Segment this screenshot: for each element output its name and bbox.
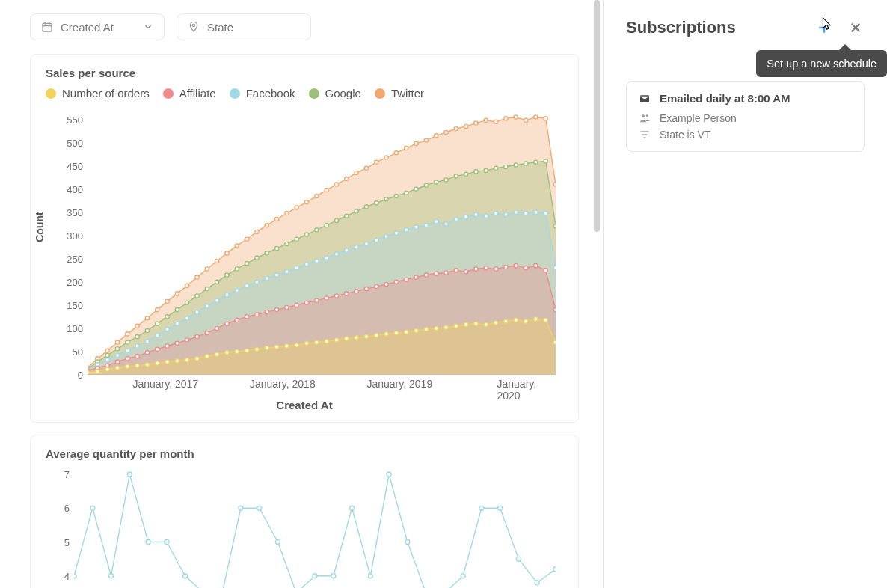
chart1-ytick: 300 [47,230,83,241]
legend-label[interactable]: Affiliate [179,87,216,99]
svg-point-126 [334,252,338,256]
svg-point-188 [474,267,478,271]
svg-point-259 [313,574,317,578]
svg-point-179 [384,282,388,286]
svg-point-141 [484,214,488,218]
svg-point-8 [115,340,119,344]
svg-point-12 [156,308,159,312]
svg-point-103 [105,358,109,362]
svg-point-263 [387,472,391,477]
svg-point-155 [145,351,149,355]
subscriptions-panel: Subscriptions Set up a new schedule Emai… [603,0,887,588]
svg-point-142 [494,211,497,215]
chart1-xlabel: Created At [46,399,563,411]
chart1-ylabel: Count [34,212,46,242]
svg-point-113 [205,304,209,308]
svg-point-268 [479,506,484,510]
svg-point-262 [368,574,372,578]
svg-point-57 [126,340,129,344]
svg-point-210 [215,352,219,356]
subscription-card[interactable]: Emailed daily at 8:00 AM Example Person … [626,81,865,152]
svg-point-11 [145,316,149,320]
legend-label[interactable]: Google [325,87,361,99]
close-panel-button[interactable] [847,19,865,37]
svg-point-181 [405,278,408,281]
svg-point-242 [534,317,538,321]
svg-point-208 [195,357,199,361]
svg-point-114 [215,298,219,302]
svg-point-135 [424,224,428,227]
chart1-title: Sales per source [46,67,563,79]
svg-point-280 [646,114,648,117]
svg-point-46 [494,120,497,123]
svg-point-177 [364,287,368,291]
svg-point-216 [274,345,278,349]
svg-point-200 [115,366,119,370]
svg-point-279 [642,114,645,117]
svg-point-125 [325,256,328,260]
svg-point-222 [334,338,338,342]
svg-point-153 [126,357,129,361]
subscription-filter: State is VT [660,129,710,141]
svg-point-17 [205,267,209,271]
svg-point-48 [514,115,518,119]
chart2-title: Average quantity per month [46,447,563,460]
svg-point-270 [516,557,521,561]
svg-point-230 [414,328,418,332]
svg-point-192 [514,264,518,268]
chart1-legend: Number of ordersAffiliateFacebookGoogleT… [46,87,563,99]
filter-icon [639,129,651,141]
svg-point-228 [394,331,398,335]
svg-point-58 [135,335,139,339]
svg-point-129 [364,242,368,245]
svg-point-132 [394,231,398,235]
svg-point-98 [534,160,538,164]
svg-point-175 [345,292,349,295]
svg-point-184 [435,272,438,275]
svg-point-174 [334,294,338,298]
svg-point-202 [135,364,139,367]
svg-point-122 [295,266,298,270]
svg-point-182 [414,275,418,279]
svg-point-127 [345,248,349,252]
legend-label[interactable]: Facebook [246,87,295,99]
svg-point-90 [454,174,458,178]
svg-point-214 [255,347,259,351]
chart2-plot[interactable] [74,468,556,588]
filter-created-at[interactable]: Created At [30,13,165,40]
svg-point-166 [255,313,259,316]
svg-point-95 [504,165,508,168]
svg-point-207 [185,358,189,362]
legend-label[interactable]: Number of orders [62,87,150,99]
svg-point-176 [355,290,358,293]
legend-swatch [46,88,56,99]
scrollbar-thumb[interactable] [594,0,600,232]
svg-point-77 [325,224,328,227]
chart2-ytick: 4 [47,570,70,581]
svg-point-159 [185,338,189,342]
svg-point-191 [504,265,508,269]
svg-point-220 [315,340,319,344]
svg-point-15 [185,284,189,287]
legend-swatch [375,88,385,99]
svg-point-203 [145,363,149,367]
svg-point-23 [265,224,268,227]
svg-point-121 [285,270,289,274]
legend-label[interactable]: Twitter [391,87,424,99]
svg-point-29 [325,188,328,192]
scrollbar-track[interactable] [594,0,600,588]
svg-point-37 [405,147,408,150]
chart1-ytick: 100 [47,322,83,334]
svg-point-109 [165,328,169,331]
svg-point-27 [304,200,308,204]
filter-state[interactable]: State [177,13,311,40]
add-subscription-button[interactable] [815,19,833,37]
svg-point-244 [553,340,556,344]
svg-point-236 [474,322,478,325]
svg-point-118 [255,280,259,284]
svg-point-167 [265,310,268,314]
svg-point-215 [265,346,268,349]
svg-point-72 [274,247,278,251]
chevron-down-icon [143,22,153,32]
chart1-plot[interactable] [88,105,556,375]
